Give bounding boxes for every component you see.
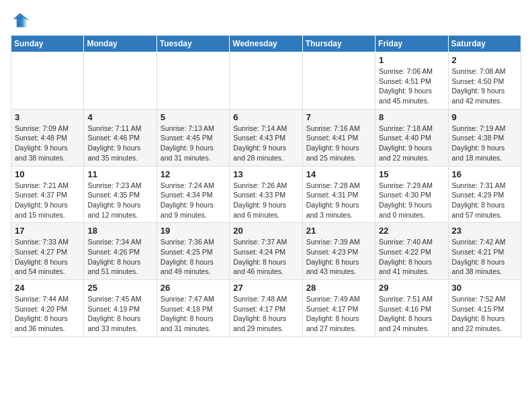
- week-row-3: 10Sunrise: 7:21 AM Sunset: 4:37 PM Dayli…: [11, 166, 521, 223]
- header-day-friday: Friday: [375, 36, 448, 52]
- day-number: 26: [161, 283, 226, 293]
- day-info: Sunrise: 7:24 AM Sunset: 4:34 PM Dayligh…: [161, 181, 226, 220]
- day-info: Sunrise: 7:16 AM Sunset: 4:41 PM Dayligh…: [306, 124, 371, 163]
- day-info: Sunrise: 7:28 AM Sunset: 4:31 PM Dayligh…: [306, 181, 371, 220]
- day-info: Sunrise: 7:42 AM Sunset: 4:21 PM Dayligh…: [452, 237, 517, 277]
- calendar-cell: 7Sunrise: 7:16 AM Sunset: 4:41 PM Daylig…: [302, 109, 375, 166]
- day-info: Sunrise: 7:19 AM Sunset: 4:38 PM Dayligh…: [452, 124, 517, 163]
- day-info: Sunrise: 7:44 AM Sunset: 4:20 PM Dayligh…: [15, 294, 80, 334]
- calendar-body: 1Sunrise: 7:06 AM Sunset: 4:51 PM Daylig…: [11, 52, 521, 337]
- header-day-tuesday: Tuesday: [157, 36, 229, 52]
- day-number: 27: [233, 283, 298, 293]
- day-number: 9: [452, 112, 517, 122]
- week-row-4: 17Sunrise: 7:33 AM Sunset: 4:27 PM Dayli…: [11, 223, 521, 280]
- day-number: 16: [452, 169, 517, 179]
- day-info: Sunrise: 7:34 AM Sunset: 4:26 PM Dayligh…: [87, 237, 152, 277]
- calendar-cell: 13Sunrise: 7:26 AM Sunset: 4:33 PM Dayli…: [230, 166, 302, 223]
- calendar-cell: 22Sunrise: 7:40 AM Sunset: 4:22 PM Dayli…: [375, 223, 448, 280]
- calendar-cell: 20Sunrise: 7:37 AM Sunset: 4:24 PM Dayli…: [230, 223, 302, 280]
- day-info: Sunrise: 7:21 AM Sunset: 4:37 PM Dayligh…: [15, 181, 80, 220]
- day-number: 7: [306, 112, 371, 122]
- day-info: Sunrise: 7:18 AM Sunset: 4:40 PM Dayligh…: [379, 124, 444, 163]
- day-number: 10: [15, 169, 80, 179]
- calendar-cell: [11, 52, 84, 109]
- calendar-cell: 18Sunrise: 7:34 AM Sunset: 4:26 PM Dayli…: [84, 223, 157, 280]
- logo: [11, 11, 32, 30]
- calendar-cell: [84, 52, 157, 109]
- day-info: Sunrise: 7:37 AM Sunset: 4:24 PM Dayligh…: [233, 237, 298, 277]
- day-number: 13: [233, 169, 298, 179]
- day-info: Sunrise: 7:08 AM Sunset: 4:50 PM Dayligh…: [452, 66, 517, 106]
- header-day-saturday: Saturday: [448, 36, 521, 52]
- calendar-cell: 6Sunrise: 7:14 AM Sunset: 4:43 PM Daylig…: [230, 109, 302, 166]
- calendar-cell: 3Sunrise: 7:09 AM Sunset: 4:48 PM Daylig…: [11, 109, 84, 166]
- calendar-cell: 12Sunrise: 7:24 AM Sunset: 4:34 PM Dayli…: [157, 166, 229, 223]
- calendar-cell: [230, 52, 302, 109]
- day-number: 15: [379, 169, 444, 179]
- day-info: Sunrise: 7:09 AM Sunset: 4:48 PM Dayligh…: [15, 124, 80, 163]
- day-number: 8: [379, 112, 444, 122]
- day-info: Sunrise: 7:29 AM Sunset: 4:30 PM Dayligh…: [379, 181, 444, 220]
- calendar-cell: 21Sunrise: 7:39 AM Sunset: 4:23 PM Dayli…: [302, 223, 375, 280]
- day-number: 25: [87, 283, 152, 293]
- day-number: 11: [87, 169, 152, 179]
- day-number: 17: [15, 226, 80, 236]
- day-number: 20: [233, 226, 298, 236]
- day-info: Sunrise: 7:31 AM Sunset: 4:29 PM Dayligh…: [452, 181, 517, 220]
- day-number: 29: [379, 283, 444, 293]
- calendar-cell: 23Sunrise: 7:42 AM Sunset: 4:21 PM Dayli…: [448, 223, 521, 280]
- day-number: 19: [161, 226, 226, 236]
- day-number: 21: [306, 226, 371, 236]
- calendar-cell: 16Sunrise: 7:31 AM Sunset: 4:29 PM Dayli…: [448, 166, 521, 223]
- day-info: Sunrise: 7:33 AM Sunset: 4:27 PM Dayligh…: [15, 237, 80, 277]
- day-number: 28: [306, 283, 371, 293]
- day-number: 12: [161, 169, 226, 179]
- day-info: Sunrise: 7:11 AM Sunset: 4:46 PM Dayligh…: [87, 124, 152, 163]
- day-number: 14: [306, 169, 371, 179]
- calendar-cell: 10Sunrise: 7:21 AM Sunset: 4:37 PM Dayli…: [11, 166, 84, 223]
- calendar-cell: 28Sunrise: 7:49 AM Sunset: 4:17 PM Dayli…: [302, 280, 375, 337]
- header-day-thursday: Thursday: [302, 36, 375, 52]
- day-number: 5: [161, 112, 226, 122]
- calendar-cell: 11Sunrise: 7:23 AM Sunset: 4:35 PM Dayli…: [84, 166, 157, 223]
- calendar-cell: 14Sunrise: 7:28 AM Sunset: 4:31 PM Dayli…: [302, 166, 375, 223]
- calendar-cell: 15Sunrise: 7:29 AM Sunset: 4:30 PM Dayli…: [375, 166, 448, 223]
- day-info: Sunrise: 7:36 AM Sunset: 4:25 PM Dayligh…: [161, 237, 226, 277]
- calendar-cell: 9Sunrise: 7:19 AM Sunset: 4:38 PM Daylig…: [448, 109, 521, 166]
- calendar-cell: 1Sunrise: 7:06 AM Sunset: 4:51 PM Daylig…: [375, 52, 448, 109]
- page-header: [11, 11, 521, 30]
- week-row-2: 3Sunrise: 7:09 AM Sunset: 4:48 PM Daylig…: [11, 109, 521, 166]
- logo-icon: [11, 11, 30, 30]
- day-info: Sunrise: 7:49 AM Sunset: 4:17 PM Dayligh…: [306, 294, 371, 334]
- day-info: Sunrise: 7:51 AM Sunset: 4:16 PM Dayligh…: [379, 294, 444, 334]
- day-number: 30: [452, 283, 517, 293]
- header-day-wednesday: Wednesday: [230, 36, 302, 52]
- day-number: 6: [233, 112, 298, 122]
- day-info: Sunrise: 7:06 AM Sunset: 4:51 PM Dayligh…: [379, 66, 444, 106]
- week-row-5: 24Sunrise: 7:44 AM Sunset: 4:20 PM Dayli…: [11, 280, 521, 337]
- calendar-cell: 8Sunrise: 7:18 AM Sunset: 4:40 PM Daylig…: [375, 109, 448, 166]
- day-info: Sunrise: 7:48 AM Sunset: 4:17 PM Dayligh…: [233, 294, 298, 334]
- calendar-cell: 25Sunrise: 7:45 AM Sunset: 4:19 PM Dayli…: [84, 280, 157, 337]
- calendar-header: SundayMondayTuesdayWednesdayThursdayFrid…: [11, 36, 521, 52]
- day-info: Sunrise: 7:52 AM Sunset: 4:15 PM Dayligh…: [452, 294, 517, 334]
- day-number: 22: [379, 226, 444, 236]
- calendar-cell: [302, 52, 375, 109]
- header-day-monday: Monday: [84, 36, 157, 52]
- calendar-cell: 19Sunrise: 7:36 AM Sunset: 4:25 PM Dayli…: [157, 223, 229, 280]
- day-info: Sunrise: 7:13 AM Sunset: 4:45 PM Dayligh…: [161, 124, 226, 163]
- day-info: Sunrise: 7:47 AM Sunset: 4:18 PM Dayligh…: [161, 294, 226, 334]
- day-number: 24: [15, 283, 80, 293]
- header-day-sunday: Sunday: [11, 36, 84, 52]
- calendar-cell: 5Sunrise: 7:13 AM Sunset: 4:45 PM Daylig…: [157, 109, 229, 166]
- day-info: Sunrise: 7:26 AM Sunset: 4:33 PM Dayligh…: [233, 181, 298, 220]
- day-number: 2: [452, 55, 517, 65]
- day-info: Sunrise: 7:45 AM Sunset: 4:19 PM Dayligh…: [87, 294, 152, 334]
- day-number: 18: [87, 226, 152, 236]
- week-row-1: 1Sunrise: 7:06 AM Sunset: 4:51 PM Daylig…: [11, 52, 521, 109]
- calendar-cell: 29Sunrise: 7:51 AM Sunset: 4:16 PM Dayli…: [375, 280, 448, 337]
- calendar-cell: 30Sunrise: 7:52 AM Sunset: 4:15 PM Dayli…: [448, 280, 521, 337]
- day-info: Sunrise: 7:39 AM Sunset: 4:23 PM Dayligh…: [306, 237, 371, 277]
- calendar-cell: 17Sunrise: 7:33 AM Sunset: 4:27 PM Dayli…: [11, 223, 84, 280]
- calendar-cell: 24Sunrise: 7:44 AM Sunset: 4:20 PM Dayli…: [11, 280, 84, 337]
